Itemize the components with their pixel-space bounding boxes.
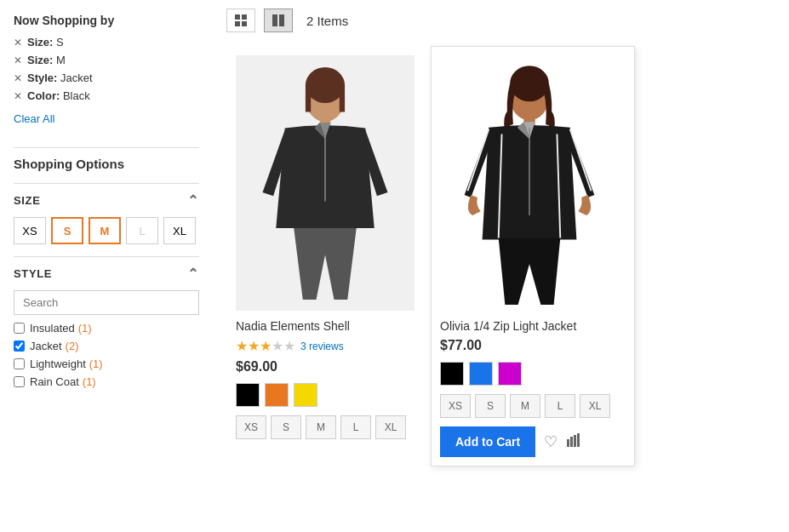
divider-2 [14,183,199,184]
add-to-cart-button-2[interactable]: Add to Cart [440,426,535,457]
product-card-2-actions: Add to Cart ♡ [440,426,626,457]
svg-rect-3 [242,21,247,26]
product-price-1: $69.00 [236,359,421,375]
filter-size-s: ✕ Size: S [14,36,199,49]
size-xl-p1[interactable]: XL [375,415,406,439]
swatch-black-2[interactable] [440,362,464,386]
product-figure-1 [236,55,415,311]
sidebar: Now Shopping by ✕ Size: S ✕ Size: M ✕ St… [0,0,213,532]
style-checkbox-raincoat[interactable] [14,376,25,387]
grid-4-icon [234,14,248,27]
main-content: 2 Items [213,0,789,532]
product-card-2[interactable]: Olivia 1/4 Zip Light Jacket $77.00 XS S … [431,46,635,466]
size-filter-section: SIZE ⌃ XS S M L XL [14,192,199,244]
toolbar: 2 Items [226,9,775,32]
product-reviews-1[interactable]: 3 reviews [300,340,344,352]
style-checkbox-insulated[interactable] [14,323,25,334]
swatch-blue-2[interactable] [469,362,493,386]
size-filter-header: SIZE ⌃ [14,192,199,209]
style-option-jacket[interactable]: Jacket (2) [14,340,199,352]
product-image-1 [236,55,415,311]
size-btn-xl[interactable]: XL [163,217,196,244]
svg-rect-0 [235,14,240,20]
swatch-orange-1[interactable] [265,383,289,407]
size-s-p1[interactable]: S [271,415,301,439]
svg-rect-1 [242,14,247,20]
remove-filter-color-icon[interactable]: ✕ [14,90,22,102]
style-option-insulated[interactable]: Insulated (1) [14,322,199,335]
divider-3 [14,256,199,257]
product-rating-1: ★ ★ ★ ★ ★ 3 reviews [236,338,421,354]
size-m-p1[interactable]: M [306,415,336,439]
product-colors-2 [440,362,626,386]
svg-point-15 [510,66,549,102]
size-chevron-icon[interactable]: ⌃ [187,192,199,209]
svg-rect-25 [577,433,580,447]
list-view-button[interactable] [264,9,293,32]
style-chevron-icon[interactable]: ⌃ [187,266,199,282]
product-name-1: Nadia Elements Shell [236,319,421,333]
svg-rect-4 [272,14,277,26]
svg-rect-23 [570,437,573,447]
size-xl-p2[interactable]: XL [580,394,610,418]
star-1-2: ★ [248,338,260,354]
style-option-lightweight[interactable]: Lightweight (1) [14,358,199,370]
product-card-1[interactable]: Nadia Elements Shell ★ ★ ★ ★ ★ 3 reviews… [226,46,431,466]
style-checkbox-jacket[interactable] [14,340,25,352]
product-figure-2 [440,55,619,311]
size-s-p2[interactable]: S [475,394,506,418]
product-price-2: $77.00 [440,338,626,353]
style-filter-label: STYLE [14,267,52,280]
remove-filter-size-s-icon[interactable]: ✕ [14,37,22,49]
style-filter-section: STYLE ⌃ Insulated (1) Jacket (2) Lightwe… [14,266,199,388]
size-m-p2[interactable]: M [510,394,540,418]
size-btn-s[interactable]: S [51,217,83,244]
svg-rect-24 [574,435,576,447]
size-btn-m[interactable]: M [89,217,121,244]
size-options: XS S M L XL [14,217,199,244]
now-shopping-title: Now Shopping by [14,14,199,27]
compare-icon[interactable] [566,432,581,452]
star-1-3: ★ [260,338,272,354]
svg-rect-9 [306,85,311,112]
grid-2-icon [272,14,285,27]
svg-rect-5 [279,14,284,26]
products-grid: Nadia Elements Shell ★ ★ ★ ★ ★ 3 reviews… [226,46,775,466]
style-checkbox-lightweight[interactable] [14,358,25,369]
wishlist-icon[interactable]: ♡ [544,432,557,451]
star-1-4: ★ [272,338,283,354]
size-xs-p1[interactable]: XS [236,415,266,439]
star-1-1: ★ [236,338,248,354]
size-l-p1[interactable]: L [340,415,371,439]
swatch-black-1[interactable] [236,383,260,407]
remove-filter-size-m-icon[interactable]: ✕ [14,54,22,66]
product-sizes-2: XS S M L XL [440,394,626,418]
size-l-p2[interactable]: L [545,394,575,418]
remove-filter-style-icon[interactable]: ✕ [14,72,22,84]
style-option-raincoat[interactable]: Rain Coat (1) [14,375,199,388]
filter-color-black: ✕ Color: Black [14,89,199,102]
divider-1 [14,147,199,148]
filter-style-jacket: ✕ Style: Jacket [14,72,199,84]
grid-view-button[interactable] [226,9,255,32]
clear-all-link[interactable]: Clear All [14,112,54,125]
product-image-2 [440,55,619,311]
svg-rect-10 [340,85,345,112]
product-name-2: Olivia 1/4 Zip Light Jacket [440,319,626,333]
size-xs-p2[interactable]: XS [440,394,471,418]
swatch-yellow-1[interactable] [294,383,317,407]
size-btn-l[interactable]: L [126,217,158,244]
style-search-input[interactable] [14,290,199,315]
style-filter-header: STYLE ⌃ [14,266,199,282]
active-filters-list: ✕ Size: S ✕ Size: M ✕ Style: Jacket ✕ Co… [14,36,199,102]
product-sizes-1: XS S M L XL [236,415,421,439]
svg-rect-22 [567,439,569,447]
size-btn-xs[interactable]: XS [14,217,46,244]
star-1-5: ★ [283,338,295,354]
product-colors-1 [236,383,421,407]
swatch-magenta-2[interactable] [498,362,522,386]
shopping-options-title: Shopping Options [14,157,199,171]
svg-point-8 [306,67,345,103]
svg-rect-2 [235,21,240,26]
filter-size-m: ✕ Size: M [14,54,199,66]
